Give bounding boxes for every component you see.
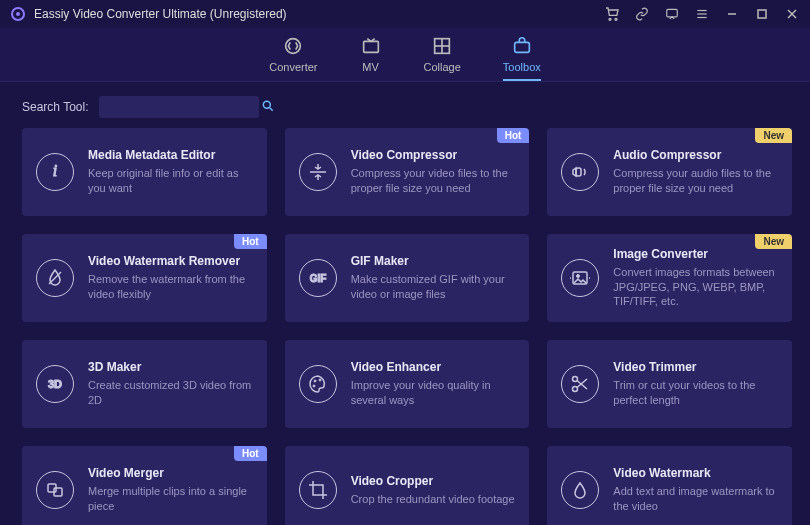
maximize-button[interactable] [754, 6, 770, 22]
card-text: Audio CompressorCompress your audio file… [613, 148, 778, 196]
imgconv-icon [561, 259, 599, 297]
search-label: Search Tool: [22, 100, 89, 114]
card-description: Add text and image watermark to the vide… [613, 484, 778, 514]
tool-card[interactable]: GIF MakerMake customized GIF with your v… [285, 234, 530, 322]
card-title: 3D Maker [88, 360, 253, 374]
gif-icon [299, 259, 337, 297]
card-title: Media Metadata Editor [88, 148, 253, 162]
card-text: 3D MakerCreate customized 3D video from … [88, 360, 253, 408]
tab-label: MV [362, 61, 379, 73]
card-title: Video Enhancer [351, 360, 516, 374]
card-description: Compress your video files to the proper … [351, 166, 516, 196]
tab-mv[interactable]: MV [360, 35, 382, 81]
svg-rect-4 [667, 9, 678, 17]
tool-card[interactable]: HotVideo Watermark RemoverRemove the wat… [22, 234, 267, 322]
tab-collage[interactable]: Collage [424, 35, 461, 81]
link-icon[interactable] [634, 6, 650, 22]
tab-label: Converter [269, 61, 317, 73]
card-title: Video Watermark Remover [88, 254, 253, 268]
card-description: Convert images formats between JPG/JPEG,… [613, 265, 778, 310]
card-title: Video Cropper [351, 474, 515, 488]
compress-icon [299, 153, 337, 191]
card-text: Video CropperCrop the redundant video fo… [351, 474, 515, 507]
card-description: Improve your video quality in several wa… [351, 378, 516, 408]
tool-card[interactable]: Video WatermarkAdd text and image waterm… [547, 446, 792, 525]
scissors-icon [561, 365, 599, 403]
svg-point-1 [16, 12, 20, 16]
3d-icon [36, 365, 74, 403]
close-button[interactable] [784, 6, 800, 22]
titlebar: Eassiy Video Converter Ultimate (Unregis… [0, 0, 810, 28]
cart-icon[interactable] [604, 6, 620, 22]
tab-converter[interactable]: Converter [269, 35, 317, 81]
audio-icon [561, 153, 599, 191]
card-description: Remove the watermark from the video flex… [88, 272, 253, 302]
tool-card[interactable]: HotVideo MergerMerge multiple clips into… [22, 446, 267, 525]
crop-icon [299, 471, 337, 509]
tool-card[interactable]: Video TrimmerTrim or cut your videos to … [547, 340, 792, 428]
content-scroll[interactable]: Media Metadata EditorKeep original file … [0, 128, 810, 525]
card-text: Video CompressorCompress your video file… [351, 148, 516, 196]
svg-point-2 [609, 18, 611, 20]
hot-badge: Hot [234, 446, 267, 461]
tool-card[interactable]: HotVideo CompressorCompress your video f… [285, 128, 530, 216]
search-icon[interactable] [261, 99, 281, 116]
card-title: Audio Compressor [613, 148, 778, 162]
svg-rect-17 [514, 42, 529, 52]
svg-rect-9 [758, 10, 766, 18]
new-badge: New [755, 128, 792, 143]
tab-label: Collage [424, 61, 461, 73]
svg-line-19 [269, 107, 272, 110]
drop-icon [36, 259, 74, 297]
tool-card[interactable]: Video CropperCrop the redundant video fo… [285, 446, 530, 525]
card-title: GIF Maker [351, 254, 516, 268]
merge-icon [36, 471, 74, 509]
tool-card[interactable]: NewImage ConverterConvert images formats… [547, 234, 792, 322]
watermark-icon [561, 471, 599, 509]
card-text: Image ConverterConvert images formats be… [613, 247, 778, 310]
card-description: Compress your audio files to the proper … [613, 166, 778, 196]
card-description: Keep original file info or edit as you w… [88, 166, 253, 196]
card-text: Video TrimmerTrim or cut your videos to … [613, 360, 778, 408]
search-box[interactable] [99, 96, 259, 118]
svg-point-3 [615, 18, 617, 20]
card-title: Image Converter [613, 247, 778, 261]
card-text: Video MergerMerge multiple clips into a … [88, 466, 253, 514]
tool-grid: Media Metadata EditorKeep original file … [22, 128, 792, 525]
card-text: Video Watermark RemoverRemove the waterm… [88, 254, 253, 302]
card-title: Video Compressor [351, 148, 516, 162]
palette-icon [299, 365, 337, 403]
tab-label: Toolbox [503, 61, 541, 73]
info-icon [36, 153, 74, 191]
feedback-icon[interactable] [664, 6, 680, 22]
card-text: GIF MakerMake customized GIF with your v… [351, 254, 516, 302]
tool-card[interactable]: Media Metadata EditorKeep original file … [22, 128, 267, 216]
card-description: Make customized GIF with your video or i… [351, 272, 516, 302]
hot-badge: Hot [234, 234, 267, 249]
card-description: Trim or cut your videos to the perfect l… [613, 378, 778, 408]
card-description: Crop the redundant video footage [351, 492, 515, 507]
tool-card[interactable]: 3D MakerCreate customized 3D video from … [22, 340, 267, 428]
svg-point-18 [263, 101, 270, 108]
card-text: Video WatermarkAdd text and image waterm… [613, 466, 778, 514]
window-controls [604, 6, 800, 22]
svg-rect-13 [363, 41, 378, 52]
tab-toolbox[interactable]: Toolbox [503, 35, 541, 81]
card-description: Merge multiple clips into a single piece [88, 484, 253, 514]
tool-card[interactable]: Video EnhancerImprove your video quality… [285, 340, 530, 428]
minimize-button[interactable] [724, 6, 740, 22]
search-input[interactable] [99, 100, 261, 114]
app-logo [10, 6, 26, 22]
card-title: Video Watermark [613, 466, 778, 480]
new-badge: New [755, 234, 792, 249]
hot-badge: Hot [497, 128, 530, 143]
top-nav: Converter MV Collage Toolbox [0, 28, 810, 82]
card-text: Media Metadata EditorKeep original file … [88, 148, 253, 196]
menu-icon[interactable] [694, 6, 710, 22]
card-description: Create customized 3D video from 2D [88, 378, 253, 408]
tool-card[interactable]: NewAudio CompressorCompress your audio f… [547, 128, 792, 216]
search-row: Search Tool: [0, 82, 810, 128]
card-text: Video EnhancerImprove your video quality… [351, 360, 516, 408]
card-title: Video Trimmer [613, 360, 778, 374]
card-title: Video Merger [88, 466, 253, 480]
